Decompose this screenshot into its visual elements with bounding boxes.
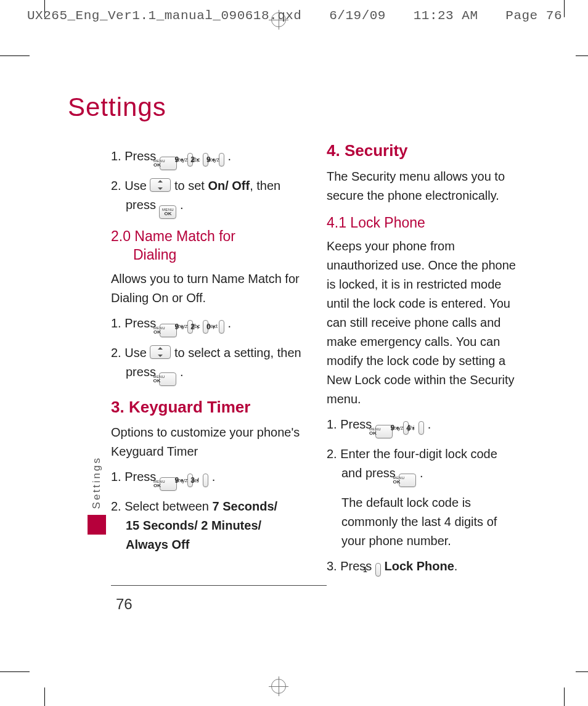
heading-security: 4. Security [327, 141, 518, 161]
footer-rule [111, 585, 327, 586]
heading-name-match: 2.0 Name Match for Dialing [111, 228, 302, 265]
menu-ok-key-icon: MENUOK [160, 477, 177, 491]
menu-ok-key-icon: MENUOK [160, 157, 177, 170]
prepress-time: 11:23 AM [414, 9, 478, 23]
paragraph: The Security menu allows you to secure t… [327, 167, 518, 205]
heading-keyguard-timer: 3. Keyguard Timer [111, 397, 302, 417]
key-4-icon: 4ghi [419, 421, 424, 435]
key-0-icon: 0next [219, 320, 224, 334]
side-tab-marker [88, 515, 106, 535]
prepress-header: UX265_Eng_Ver1.1_manual_090618.qxd 6/19/… [27, 9, 562, 23]
key-3-icon: 3def [203, 474, 208, 487]
key-1-icon: 1 [375, 563, 381, 577]
left-column: 1. Press MENUOK , 9wxyz , 2abc , 9wxyz .… [111, 141, 302, 583]
paragraph: Allows you to turn Name Match for Dialin… [111, 269, 302, 308]
menu-ok-key-icon: MENUOK [160, 324, 177, 337]
paragraph: The default lock code is commonly the la… [327, 493, 518, 551]
side-tab-label: Settings [91, 456, 103, 509]
page-title: Settings [68, 92, 536, 122]
prepress-date: 6/19/09 [329, 9, 386, 23]
right-column: 4. Security The Security menu allows you… [327, 141, 518, 583]
nav-up-down-key-icon [150, 178, 171, 192]
menu-ok-key-icon: MENUOK [159, 372, 176, 386]
prepress-page: Page 76 [505, 9, 562, 23]
page-number: 76 [116, 596, 133, 613]
menu-ok-key-icon: MENUOK [399, 474, 416, 487]
registration-mark-icon [271, 679, 286, 694]
nav-up-down-key-icon [150, 345, 171, 359]
menu-ok-key-icon: MENUOK [375, 425, 393, 438]
section-side-tab: Settings [88, 456, 106, 535]
paragraph: Options to customize your phone's Keygua… [111, 423, 302, 461]
key-9-icon: 9wxyz [219, 153, 224, 166]
paragraph: Keeps your phone from unauthorized use. … [327, 237, 518, 409]
menu-ok-key-icon: MENUOK [159, 205, 176, 219]
heading-lock-phone: 4.1 Lock Phone [327, 214, 518, 232]
prepress-filename: UX265_Eng_Ver1.1_manual_090618.qxd [27, 9, 301, 23]
